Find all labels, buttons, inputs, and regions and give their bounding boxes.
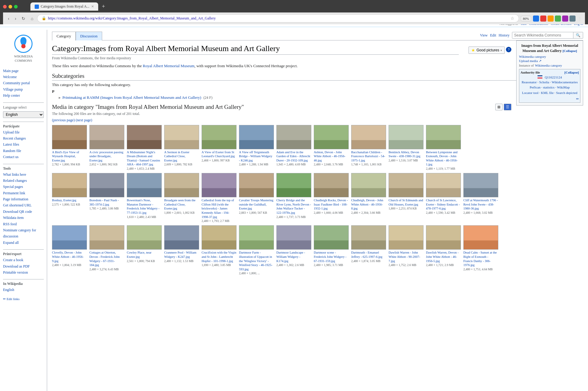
list-item[interactable]: Dartmoor scene - Frederick John Widgery … (314, 225, 349, 275)
gallery-item-title[interactable]: Broadgate seen from the Cathedral Close,… (164, 198, 199, 211)
gallery-item-title[interactable]: Dartmoor Landscape - William Widgery - K… (276, 251, 311, 263)
tab-edit[interactable]: Edit (490, 33, 496, 38)
ext-icon-1[interactable] (533, 16, 539, 22)
sidebar-expand-all[interactable]: Expand all (3, 240, 44, 246)
gallery-item-title[interactable]: Dawlish Warren, Devon - John White Abbot… (426, 251, 461, 263)
list-item[interactable]: Boredom - Paul Nash - 385-1974-2.jpg1,78… (89, 173, 124, 223)
language-selector[interactable]: English (3, 111, 44, 118)
gallery-item-title[interactable]: Cavalier Troops Mustering outside the Gu… (239, 198, 274, 211)
wikimap-link[interactable]: WikiMap (557, 85, 570, 89)
list-item[interactable]: Cowley Place, near Exeter.jpg2,561 × 1,8… (127, 225, 162, 275)
media-list-view-btn[interactable]: ☰ (504, 104, 511, 110)
tab-category[interactable]: Category (52, 32, 76, 40)
gallery-item-title[interactable]: A Midsummer Night's Dream (Bottom and Ti… (127, 150, 162, 167)
list-item[interactable]: Adam and Eve in the Garden of Eden - Alb… (276, 125, 311, 171)
sidebar-get-shortened-url[interactable]: Get shortened URL (3, 202, 44, 208)
list-item[interactable]: Chudleigh, Devon - John White Abbott - 4… (351, 173, 386, 223)
list-item[interactable]: Dawlish Warren - John White Abbott - 90-… (389, 225, 424, 275)
gallery-item-title[interactable]: Clovelly, Devon - John White Abbott - 46… (52, 251, 87, 263)
gallery-item-title[interactable]: Bonhay, Exeter.jpg (52, 198, 87, 202)
gallery-item-title[interactable]: Adam and Eve in the Garden of Eden - Alb… (276, 150, 311, 163)
edit-links-btn[interactable]: ✏ Edit links (3, 297, 19, 301)
gallery-item-title[interactable]: Bowerman's Nose, Manaton Dartmoor - Fred… (127, 198, 162, 215)
close-window-btn[interactable] (3, 5, 7, 9)
list-item[interactable]: A Bird's Eye View of Wynards Hospital, E… (52, 125, 87, 171)
media-grid-view-btn[interactable]: ⊞ (495, 104, 503, 110)
sidebar-recent-changes[interactable]: Recent changes (3, 135, 44, 141)
list-item[interactable]: Bowerman's Nose, Manaton Dartmoor - Fred… (127, 173, 162, 223)
gallery-item-title[interactable]: Cherry Bridge and the River Lynn, North … (276, 198, 311, 215)
list-item[interactable]: Bacchanalian Children - Francesco Bartol… (351, 125, 386, 171)
gallery-item-title[interactable]: Cowley Place, near Exeter.jpg (127, 251, 162, 259)
list-item[interactable]: Bentinck Abbey, Devon Swete - 438-1980-3… (389, 125, 424, 171)
list-item[interactable]: Cottages at Otterton, Devon - Frederick … (89, 225, 124, 275)
gallery-item-title[interactable]: Cliff at Watermouth 1796 - Revd John Swe… (463, 198, 498, 211)
gallery-item-title[interactable]: Church of St Lawrence, Exeter - Sidney E… (426, 198, 461, 211)
sidebar-printable-version[interactable]: Printable version (3, 269, 44, 275)
search-btn[interactable]: 🔍 (573, 32, 583, 38)
sidebar-download-qr-code[interactable]: Download QR code (3, 209, 44, 215)
list-item[interactable]: Cranmere Pool - William Widgery - K247.j… (164, 225, 199, 275)
gallery-item-title[interactable]: A View of Exeter from St Leonard's Churc… (202, 150, 237, 158)
sidebar-help-center[interactable]: Help center (3, 92, 44, 99)
list-item[interactable]: Dartmoor Landscape - William Widgery - K… (276, 225, 311, 275)
list-item[interactable]: Dartmouth - Emanuel Jeffrey - 625-1997-6… (351, 225, 386, 275)
list-item[interactable]: Bonhay, Exeter.jpg2,575 × 1,800; 522 KB (52, 173, 87, 223)
list-item[interactable]: Broadgate seen from the Cathedral Close,… (164, 173, 199, 223)
help-btn[interactable]: ? (506, 47, 511, 52)
gallery-item-title[interactable]: Ashton, Devon - John White Abbott - 46-1… (314, 150, 349, 163)
list-item[interactable]: Between Lympstone and Exmouth, Devon - J… (426, 125, 461, 171)
instance-of-value[interactable]: Wikimedia category (535, 64, 562, 67)
reasonator-link[interactable]: Reasonator (522, 80, 537, 84)
previous-page-link[interactable]: (previous page) (52, 118, 75, 122)
gallery-item-title[interactable]: Cranmere Pool - William Widgery - K247.j… (164, 251, 199, 259)
list-item[interactable]: A View of Exeter from St Leonard's Churc… (202, 125, 237, 171)
list-item[interactable]: Clovelly, Devon - John White Abbott - 46… (52, 225, 87, 275)
ext-icon-6[interactable] (569, 16, 576, 22)
gallery-item-title[interactable]: Crucifixion with the Virgin and St John … (202, 251, 237, 263)
gallery-item-title[interactable]: Boredom - Paul Nash - 385-1974-2.jpg (89, 198, 124, 206)
gallery-item-title[interactable]: A View off Teignmouth Bridge - William W… (239, 150, 274, 163)
sidebar-community-portal[interactable]: Community portal (3, 80, 44, 86)
tab-discussion[interactable]: Discussion (76, 32, 102, 40)
good-pictures-btn[interactable]: ★ Good pictures ▾ (469, 47, 505, 54)
subcat-printmaking-link[interactable]: Printmaking at RAMM (Images from Royal A… (62, 95, 201, 100)
sidebar-latest-files[interactable]: Latest files (3, 141, 44, 147)
list-item[interactable]: A civic procession passing under Broadga… (89, 125, 124, 171)
infobox-collapse-btn[interactable]: [Collapse] (562, 49, 577, 53)
ramm-link[interactable]: Royal Albert Memorial Museum (143, 64, 195, 68)
gallery-item-title[interactable]: Bentinck Abbey, Devon Swete - 438-1980-3… (389, 150, 424, 158)
minimize-window-btn[interactable] (9, 5, 12, 9)
wikimedia-category-link[interactable]: Wikimedia category (519, 55, 546, 58)
wikidata-id[interactable]: Q116221124 (545, 75, 562, 79)
gallery-item-title[interactable]: A Sermon in Exeter Cathedral Close, Exet… (164, 150, 199, 163)
sidebar-rss-feed[interactable]: RSS feed (3, 221, 44, 227)
sidebar-village-pump[interactable]: Village pump (3, 86, 44, 92)
list-item[interactable]: A Midsummer Night's Dream (Bottom and Ti… (127, 125, 162, 171)
sidebar-wikidata-item[interactable]: Wikidata item (3, 215, 44, 221)
petscan-link[interactable]: PetScan (530, 85, 540, 89)
gallery-item-title[interactable]: Dawlish Warren - John White Abbott - 90-… (389, 251, 424, 263)
gallery-item-title[interactable]: Church of St Edmunds and Old Houses, Exe… (389, 198, 424, 206)
sidebar-contact-us[interactable]: Contact us (3, 154, 44, 160)
ext-icon-5[interactable] (562, 16, 568, 22)
home-btn[interactable]: ⌂ (29, 16, 35, 22)
sidebar-what-links-here[interactable]: What links here (3, 171, 44, 178)
list-item[interactable]: Cherry Bridge and the River Lynn, North … (276, 173, 311, 223)
sidebar-nominate[interactable]: Nominate category for discussion (3, 227, 44, 240)
gallery-item-title[interactable]: Cathedral from the top of Clifton Hill (… (202, 198, 237, 219)
wikidocumentaries-link[interactable]: Wikidocumentaries (552, 80, 578, 84)
list-item[interactable]: Cavalier Troops Mustering outside the Gu… (239, 173, 274, 223)
ext-icon-2[interactable] (540, 16, 546, 22)
list-item[interactable]: Church of St Lawrence, Exeter - Sidney E… (426, 173, 461, 223)
locator-tool-link[interactable]: Locator tool (522, 91, 538, 95)
gallery-item-title[interactable]: Dartmoor Farm - illustration of Uppacott… (239, 251, 274, 271)
gallery-item-title[interactable]: Dartmouth - Emanuel Jeffrey - 625-1997-6… (351, 251, 386, 259)
sidebar-page-information[interactable]: Page information (3, 196, 44, 202)
reload-btn[interactable]: ↻ (20, 16, 27, 22)
list-item[interactable]: Cathedral from the top of Clifton Hill (… (202, 173, 237, 223)
list-item[interactable]: Church of St Edmunds and Old Houses, Exe… (389, 173, 424, 223)
gallery-item-title[interactable]: Chudleigh Rocks, Devon - Isaac Faulkner … (314, 198, 349, 211)
back-btn[interactable]: ‹ (6, 16, 11, 22)
gallery-item-title[interactable]: Cottages at Otterton, Devon - Frederick … (89, 251, 124, 267)
